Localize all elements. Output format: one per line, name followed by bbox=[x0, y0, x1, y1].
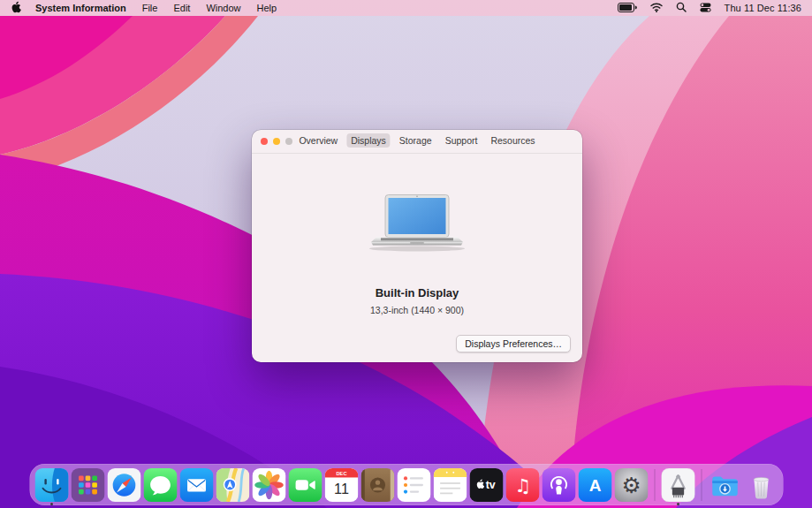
apple-icon bbox=[11, 1, 21, 13]
menubar-app-name[interactable]: System Information bbox=[35, 3, 126, 13]
dock-icon-mail[interactable] bbox=[179, 468, 213, 502]
tab-displays[interactable]: Displays bbox=[346, 133, 391, 148]
control-center-icon[interactable] bbox=[700, 3, 711, 14]
calendar-month-label: DEC bbox=[336, 470, 346, 475]
dock-icon-system-information[interactable] bbox=[661, 468, 694, 502]
running-indicator bbox=[50, 503, 53, 505]
window-content: Built-in Display 13,3-inch (1440 × 900) … bbox=[252, 154, 582, 362]
zoom-button[interactable] bbox=[285, 138, 292, 145]
tab-resources[interactable]: Resources bbox=[486, 133, 539, 148]
dock-separator bbox=[701, 469, 702, 501]
dock-icon-facetime[interactable] bbox=[288, 468, 322, 502]
menu-help[interactable]: Help bbox=[257, 3, 277, 13]
search-icon[interactable] bbox=[676, 2, 687, 14]
tv-label: tv bbox=[485, 479, 495, 491]
display-name: Built-in Display bbox=[252, 286, 582, 299]
traffic-lights bbox=[261, 138, 292, 145]
dock-icon-notes[interactable] bbox=[433, 468, 467, 502]
dock-icon-reminders[interactable] bbox=[397, 468, 430, 502]
calendar-day-label: 11 bbox=[334, 481, 349, 497]
system-information-window: Overview Displays Storage Support Resour… bbox=[252, 130, 582, 362]
dock-icon-downloads-folder[interactable] bbox=[708, 468, 741, 502]
running-indicator bbox=[677, 503, 679, 505]
dock-icon-safari[interactable] bbox=[107, 468, 140, 502]
dock: DEC 11 bbox=[29, 464, 783, 505]
apple-menu[interactable] bbox=[11, 1, 21, 15]
music-note-glyph: ♫ bbox=[514, 474, 531, 496]
dock-icon-contacts[interactable] bbox=[360, 468, 394, 502]
dock-icon-tv[interactable]: tv bbox=[469, 468, 503, 502]
menu-window[interactable]: Window bbox=[206, 3, 240, 13]
dock-icon-trash[interactable] bbox=[744, 468, 778, 502]
battery-icon[interactable] bbox=[618, 3, 637, 14]
dock-icon-app-store[interactable]: A bbox=[578, 468, 611, 502]
macbook-illustration bbox=[363, 194, 471, 253]
wifi-icon[interactable] bbox=[650, 3, 663, 14]
menubar-clock[interactable]: Thu 11 Dec 11:36 bbox=[725, 3, 801, 13]
app-store-glyph: A bbox=[588, 475, 601, 494]
menu-bar: System Information File Edit Window Help bbox=[0, 0, 812, 16]
toolbar-tabs: Overview Displays Storage Support Resour… bbox=[294, 133, 539, 148]
close-button[interactable] bbox=[261, 138, 268, 145]
display-spec: 13,3-inch (1440 × 900) bbox=[252, 305, 582, 315]
displays-preferences-button[interactable]: Displays Preferences… bbox=[456, 335, 571, 353]
dock-icon-photos[interactable] bbox=[252, 468, 285, 502]
tab-storage[interactable]: Storage bbox=[395, 133, 436, 148]
menu-file[interactable]: File bbox=[142, 3, 158, 13]
tab-overview[interactable]: Overview bbox=[294, 133, 342, 148]
gear-glyph: ⚙ bbox=[621, 472, 641, 497]
dock-icon-launchpad[interactable] bbox=[71, 468, 104, 502]
tab-support[interactable]: Support bbox=[441, 133, 482, 148]
window-titlebar[interactable]: Overview Displays Storage Support Resour… bbox=[252, 130, 582, 154]
dock-icon-calendar[interactable]: DEC 11 bbox=[324, 468, 358, 502]
dock-icon-maps[interactable] bbox=[216, 468, 249, 502]
dock-icon-messages[interactable] bbox=[143, 468, 177, 502]
dock-icon-system-preferences[interactable]: ⚙ bbox=[614, 468, 648, 502]
dock-icon-finder[interactable] bbox=[34, 468, 68, 502]
dock-icon-podcasts[interactable] bbox=[542, 468, 575, 502]
dock-separator bbox=[654, 469, 655, 501]
minimize-button[interactable] bbox=[273, 138, 280, 145]
menu-edit[interactable]: Edit bbox=[173, 3, 190, 13]
dock-icon-music[interactable]: ♫ bbox=[505, 468, 539, 502]
